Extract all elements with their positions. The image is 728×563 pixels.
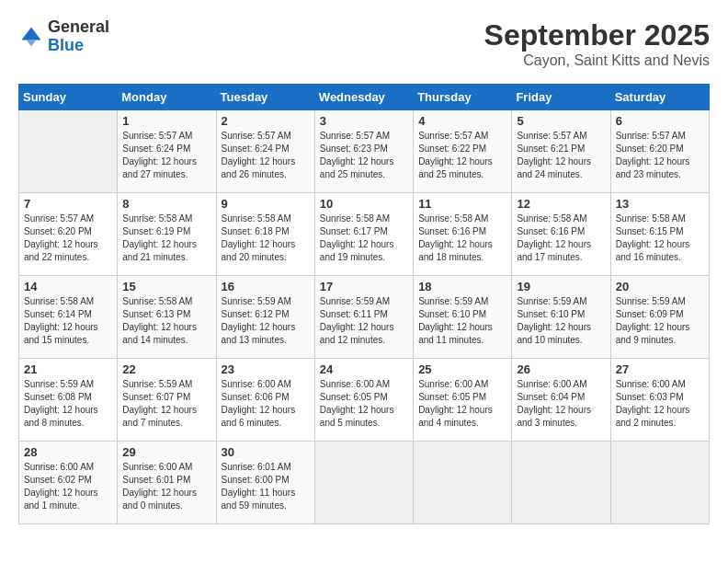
day-detail: Sunrise: 6:00 AMSunset: 6:02 PMDaylight:… [24,461,112,512]
logo-icon [18,24,44,50]
day-number: 18 [418,280,506,293]
day-number: 9 [222,197,310,211]
calendar-cell [512,442,610,524]
day-detail: Sunrise: 5:58 AMSunset: 6:13 PMDaylight:… [122,295,210,347]
day-number: 4 [418,114,506,128]
logo-general-text: General [48,18,109,37]
day-number: 27 [616,362,704,376]
day-detail: Sunrise: 5:59 AMSunset: 6:07 PMDaylight:… [122,378,210,430]
day-detail: Sunrise: 5:57 AMSunset: 6:20 PMDaylight:… [24,213,112,264]
day-number: 1 [122,114,210,128]
calendar-cell: 18Sunrise: 5:59 AMSunset: 6:10 PMDayligh… [414,276,512,359]
day-number: 20 [616,280,704,293]
calendar-cell: 7Sunrise: 5:57 AMSunset: 6:20 PMDaylight… [19,193,118,276]
weekday-header-saturday: Saturday [610,85,709,110]
day-number: 8 [122,197,210,211]
calendar-cell: 13Sunrise: 5:58 AMSunset: 6:15 PMDayligh… [610,193,709,276]
day-number: 25 [418,362,506,376]
day-number: 16 [222,280,310,293]
title-block: September 2025 Cayon, Saint Kitts and Ne… [484,18,710,69]
svg-marker-0 [22,27,41,40]
logo-text: General Blue [48,18,109,55]
calendar-cell: 2Sunrise: 5:57 AMSunset: 6:24 PMDaylight… [216,110,314,193]
day-detail: Sunrise: 5:57 AMSunset: 6:22 PMDaylight:… [418,130,506,181]
weekday-header-sunday: Sunday [19,85,118,110]
calendar-cell: 11Sunrise: 5:58 AMSunset: 6:16 PMDayligh… [414,193,512,276]
day-detail: Sunrise: 5:59 AMSunset: 6:11 PMDaylight:… [320,295,408,347]
calendar-cell: 6Sunrise: 5:57 AMSunset: 6:20 PMDaylight… [610,110,709,193]
day-number: 12 [517,197,605,211]
day-detail: Sunrise: 5:58 AMSunset: 6:16 PMDaylight:… [418,213,506,264]
calendar-cell: 19Sunrise: 5:59 AMSunset: 6:10 PMDayligh… [512,276,610,359]
day-detail: Sunrise: 5:59 AMSunset: 6:12 PMDaylight:… [222,295,310,347]
day-detail: Sunrise: 5:58 AMSunset: 6:15 PMDaylight:… [616,213,704,264]
calendar-cell: 29Sunrise: 6:00 AMSunset: 6:01 PMDayligh… [118,442,216,524]
calendar-cell: 4Sunrise: 5:57 AMSunset: 6:22 PMDaylight… [414,110,512,193]
calendar-cell [610,442,709,524]
calendar-cell: 23Sunrise: 6:00 AMSunset: 6:06 PMDayligh… [216,359,314,442]
day-detail: Sunrise: 5:57 AMSunset: 6:24 PMDaylight:… [122,130,210,181]
day-number: 13 [616,197,704,211]
day-number: 15 [122,280,210,293]
calendar-cell: 27Sunrise: 6:00 AMSunset: 6:03 PMDayligh… [610,359,709,442]
day-detail: Sunrise: 6:00 AMSunset: 6:01 PMDaylight:… [122,461,210,512]
day-number: 14 [24,280,112,293]
calendar-cell: 9Sunrise: 5:58 AMSunset: 6:18 PMDaylight… [216,193,314,276]
calendar-cell: 3Sunrise: 5:57 AMSunset: 6:23 PMDaylight… [314,110,413,193]
day-number: 28 [24,445,112,459]
day-detail: Sunrise: 5:58 AMSunset: 6:17 PMDaylight:… [320,213,408,264]
calendar-header: SundayMondayTuesdayWednesdayThursdayFrid… [19,85,710,110]
weekday-row: SundayMondayTuesdayWednesdayThursdayFrid… [19,85,710,110]
day-detail: Sunrise: 6:01 AMSunset: 6:00 PMDaylight:… [222,461,310,512]
day-detail: Sunrise: 5:59 AMSunset: 6:10 PMDaylight:… [517,295,605,347]
logo: General Blue [18,18,109,55]
calendar-cell: 24Sunrise: 6:00 AMSunset: 6:05 PMDayligh… [314,359,413,442]
day-detail: Sunrise: 6:00 AMSunset: 6:04 PMDaylight:… [517,378,605,430]
day-detail: Sunrise: 5:58 AMSunset: 6:18 PMDaylight:… [222,213,310,264]
calendar-cell: 1Sunrise: 5:57 AMSunset: 6:24 PMDaylight… [118,110,216,193]
day-detail: Sunrise: 5:58 AMSunset: 6:19 PMDaylight:… [122,213,210,264]
calendar-cell: 16Sunrise: 5:59 AMSunset: 6:12 PMDayligh… [216,276,314,359]
day-number: 10 [320,197,408,211]
day-number: 23 [222,362,310,376]
day-number: 26 [517,362,605,376]
day-number: 22 [122,362,210,376]
calendar-cell: 21Sunrise: 5:59 AMSunset: 6:08 PMDayligh… [19,359,118,442]
day-number: 7 [24,197,112,211]
day-detail: Sunrise: 5:59 AMSunset: 6:10 PMDaylight:… [418,295,506,347]
weekday-header-thursday: Thursday [414,85,512,110]
calendar-cell: 25Sunrise: 6:00 AMSunset: 6:05 PMDayligh… [414,359,512,442]
calendar-cell: 26Sunrise: 6:00 AMSunset: 6:04 PMDayligh… [512,359,610,442]
day-detail: Sunrise: 5:57 AMSunset: 6:23 PMDaylight:… [320,130,408,181]
day-number: 24 [320,362,408,376]
day-detail: Sunrise: 6:00 AMSunset: 6:03 PMDaylight:… [616,378,704,430]
month-title: September 2025 [484,18,710,52]
calendar-cell: 8Sunrise: 5:58 AMSunset: 6:19 PMDaylight… [118,193,216,276]
calendar-cell [19,110,118,193]
calendar-cell: 22Sunrise: 5:59 AMSunset: 6:07 PMDayligh… [118,359,216,442]
day-detail: Sunrise: 5:59 AMSunset: 6:08 PMDaylight:… [24,378,112,430]
calendar-cell: 28Sunrise: 6:00 AMSunset: 6:02 PMDayligh… [19,442,118,524]
svg-marker-1 [27,40,37,46]
calendar-cell: 15Sunrise: 5:58 AMSunset: 6:13 PMDayligh… [118,276,216,359]
page-header: General Blue September 2025 Cayon, Saint… [18,18,710,69]
calendar-cell: 17Sunrise: 5:59 AMSunset: 6:11 PMDayligh… [314,276,413,359]
day-detail: Sunrise: 5:58 AMSunset: 6:14 PMDaylight:… [24,295,112,347]
logo-blue-text: Blue [48,37,109,55]
day-number: 5 [517,114,605,128]
day-detail: Sunrise: 6:00 AMSunset: 6:05 PMDaylight:… [320,378,408,430]
day-detail: Sunrise: 5:57 AMSunset: 6:24 PMDaylight:… [222,130,310,181]
day-number: 6 [616,114,704,128]
calendar-cell [314,442,413,524]
day-detail: Sunrise: 5:57 AMSunset: 6:21 PMDaylight:… [517,130,605,181]
calendar-cell: 12Sunrise: 5:58 AMSunset: 6:16 PMDayligh… [512,193,610,276]
calendar-week-1: 7Sunrise: 5:57 AMSunset: 6:20 PMDaylight… [19,193,710,276]
day-number: 30 [222,445,310,459]
calendar-table: SundayMondayTuesdayWednesdayThursdayFrid… [18,84,710,524]
day-number: 17 [320,280,408,293]
weekday-header-monday: Monday [118,85,216,110]
day-detail: Sunrise: 6:00 AMSunset: 6:05 PMDaylight:… [418,378,506,430]
weekday-header-tuesday: Tuesday [216,85,314,110]
calendar-cell: 30Sunrise: 6:01 AMSunset: 6:00 PMDayligh… [216,442,314,524]
day-number: 11 [418,197,506,211]
